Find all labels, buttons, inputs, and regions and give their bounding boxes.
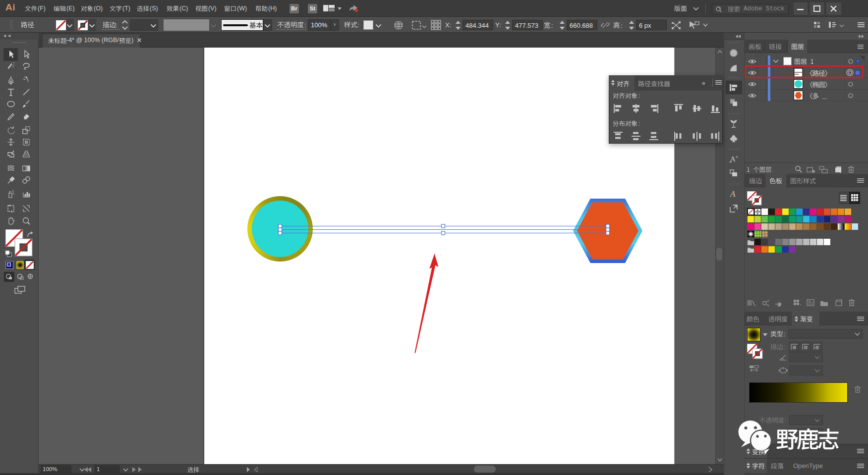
svg-text:A: A (730, 189, 736, 199)
